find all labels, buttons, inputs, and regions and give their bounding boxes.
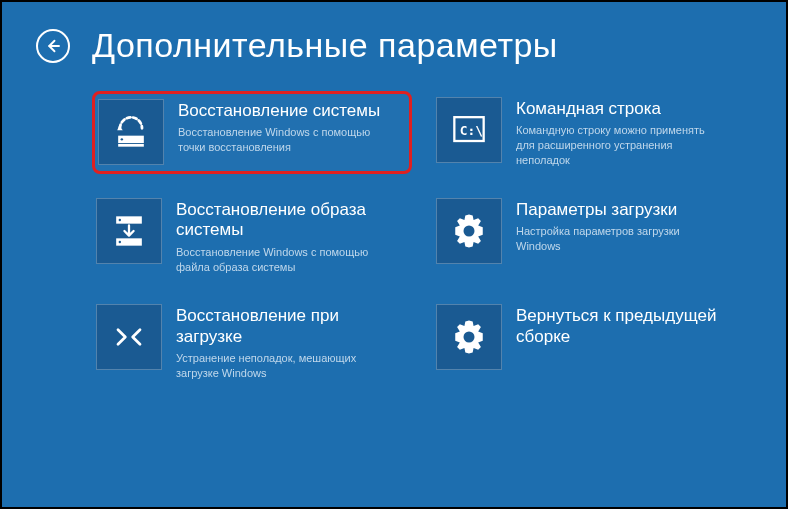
command-prompt-icon: C:\ — [436, 97, 502, 163]
tile-title: Командная строка — [516, 99, 726, 119]
tile-system-restore[interactable]: Восстановление системы Восстановление Wi… — [92, 91, 412, 174]
tile-desc: Восстановление Windows с помощью точки в… — [178, 125, 388, 155]
svg-point-9 — [464, 225, 475, 236]
options-grid: Восстановление системы Восстановление Wi… — [92, 91, 752, 387]
tile-startup-repair[interactable]: Восстановление при загрузке Устранение н… — [92, 298, 412, 386]
tile-title: Вернуться к предыдущей сборке — [516, 306, 744, 347]
back-button[interactable] — [36, 29, 70, 63]
tile-desc: Устранение неполадок, мешающих загрузке … — [176, 351, 386, 381]
startup-repair-icon — [96, 304, 162, 370]
svg-rect-1 — [118, 144, 144, 147]
tile-desc: Командную строку можно применять для рас… — [516, 123, 726, 168]
header: Дополнительные параметры — [36, 26, 752, 65]
system-restore-icon — [98, 99, 164, 165]
tile-title: Восстановление образа системы — [176, 200, 404, 241]
tile-system-image-recovery[interactable]: Восстановление образа системы Восстановл… — [92, 192, 412, 280]
page-title: Дополнительные параметры — [92, 26, 558, 65]
tile-title: Восстановление системы — [178, 101, 388, 121]
svg-point-6 — [119, 219, 121, 221]
tile-desc: Восстановление Windows с помощью файла о… — [176, 245, 386, 275]
gear-icon — [436, 198, 502, 264]
tile-title: Параметры загрузки — [516, 200, 726, 220]
tile-startup-settings[interactable]: Параметры загрузки Настройка параметров … — [432, 192, 752, 280]
svg-text:C:\: C:\ — [460, 123, 483, 138]
svg-point-2 — [121, 138, 123, 140]
tile-desc: Настройка параметров загрузки Windows — [516, 224, 726, 254]
svg-point-10 — [464, 332, 475, 343]
system-image-recovery-icon — [96, 198, 162, 264]
tile-go-back-previous-build[interactable]: Вернуться к предыдущей сборке — [432, 298, 752, 386]
gear-icon — [436, 304, 502, 370]
tile-title: Восстановление при загрузке — [176, 306, 404, 347]
svg-point-8 — [119, 241, 121, 243]
back-arrow-icon — [44, 37, 62, 55]
tile-command-prompt[interactable]: C:\ Командная строка Командную строку мо… — [432, 91, 752, 174]
